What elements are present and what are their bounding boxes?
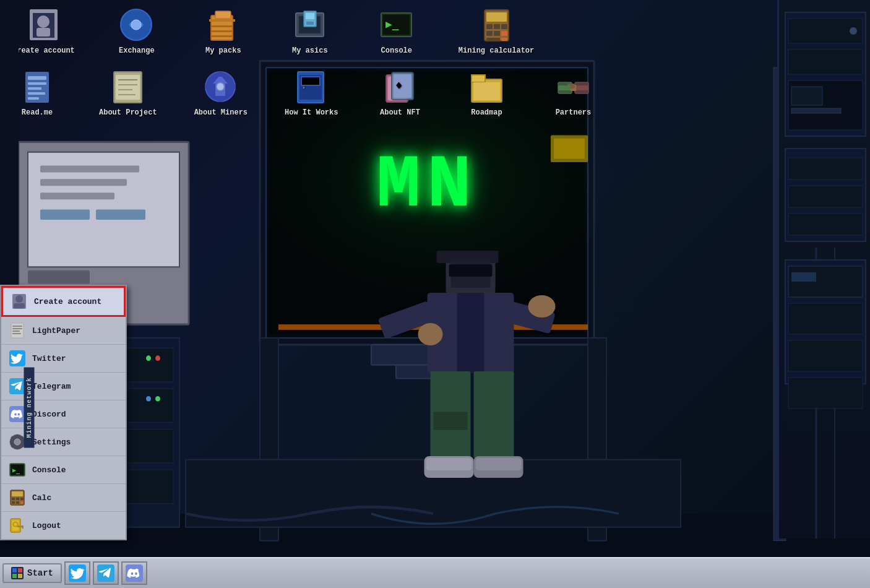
svg-rect-25 [40, 210, 90, 220]
svg-rect-127 [472, 75, 485, 82]
svg-rect-101 [28, 87, 41, 90]
character-figure [360, 238, 576, 538]
svg-rect-8 [788, 158, 863, 179]
svg-rect-63 [434, 412, 468, 430]
svg-rect-120 [302, 77, 319, 85]
svg-point-47 [155, 355, 160, 361]
svg-rect-54 [449, 264, 493, 277]
twitter-label: Twitter [32, 354, 66, 363]
start-icon [11, 567, 24, 579]
svg-rect-160 [12, 491, 23, 496]
menu-create-account[interactable]: Create account [1, 286, 126, 317]
create-account-icon [25, 6, 62, 43]
telegram-label: Telegram [32, 382, 71, 391]
menu-twitter[interactable]: Twitter [1, 345, 126, 373]
readme-label: Read.me [22, 108, 53, 117]
nav-my-asics[interactable]: My asics [285, 6, 335, 55]
taskbar-discord[interactable] [121, 561, 147, 585]
how-it-works-label: How It Works [285, 108, 338, 117]
top-bar: Create account Exchange [0, 0, 870, 61]
nav-create-account[interactable]: Create account [12, 6, 75, 55]
svg-point-70 [37, 15, 50, 28]
svg-rect-165 [16, 501, 19, 504]
svg-rect-115 [231, 85, 236, 89]
discord-label: Discord [32, 410, 66, 419]
svg-rect-112 [218, 72, 222, 77]
svg-rect-92 [501, 24, 507, 29]
svg-rect-90 [486, 24, 493, 29]
svg-rect-75 [215, 11, 231, 19]
svg-text:▶_: ▶_ [12, 467, 20, 474]
svg-rect-94 [494, 31, 500, 36]
svg-rect-140 [12, 328, 22, 329]
menu-console[interactable]: ▶_ Console [1, 456, 126, 484]
start-button[interactable]: Start [2, 563, 62, 583]
svg-rect-103 [28, 97, 39, 100]
exchange-label: Exchange [119, 46, 155, 55]
svg-rect-18 [788, 378, 863, 409]
taskbar-discord-icon [126, 564, 143, 582]
svg-point-49 [155, 396, 160, 402]
svg-rect-66 [426, 458, 472, 470]
taskbar-telegram[interactable] [93, 561, 119, 585]
create-account-menu-icon [11, 293, 28, 310]
svg-point-73 [131, 20, 141, 30]
about-miners-label: About Miners [194, 108, 248, 117]
nav-my-packs[interactable]: My packs [199, 6, 248, 55]
svg-rect-102 [28, 92, 45, 95]
svg-rect-175 [18, 568, 22, 573]
lightpaper-icon [9, 322, 26, 339]
svg-point-136 [15, 295, 23, 303]
taskbar-twitter-icon [69, 564, 86, 582]
menu-settings[interactable]: Settings [1, 428, 126, 456]
nav-about-miners[interactable]: About Miners [194, 68, 248, 117]
about-nft-label: About NFT [380, 108, 420, 117]
svg-text:♦: ♦ [395, 79, 402, 92]
nav-readme[interactable]: Read.me [12, 68, 62, 117]
taskbar-twitter[interactable] [64, 561, 90, 585]
svg-rect-91 [494, 24, 500, 29]
console-label: Console [381, 46, 412, 55]
nav-exchange[interactable]: Exchange [112, 6, 162, 55]
menu-lightpaper[interactable]: LightPaper [1, 317, 126, 345]
twitter-icon [9, 350, 26, 367]
svg-rect-105 [116, 75, 140, 100]
logout-icon [9, 517, 26, 534]
nav-about-project[interactable]: About Project [99, 68, 157, 117]
svg-rect-67 [476, 458, 522, 470]
svg-rect-17 [788, 340, 863, 371]
nav-roadmap[interactable]: Roadmap [462, 68, 511, 117]
menu-telegram[interactable]: Telegram [1, 373, 126, 400]
mn-logo: MN [376, 144, 478, 228]
how-it-works-icon: ? [293, 68, 330, 105]
menu-logout[interactable]: Logout [1, 512, 126, 539]
svg-rect-166 [20, 501, 24, 504]
svg-rect-79 [211, 35, 233, 37]
roadmap-icon [468, 68, 505, 105]
packs-icon [205, 6, 242, 43]
mining-network-label: Mining network [24, 368, 35, 448]
nav-partners[interactable]: Partners [548, 68, 598, 117]
console-menu-label: Console [32, 465, 66, 475]
nav-mining-calculator[interactable]: Mining calculator [459, 6, 534, 55]
calc-label: Calc [32, 493, 51, 503]
svg-rect-128 [473, 82, 500, 100]
menu-discord[interactable]: Discord [1, 400, 126, 428]
nav-about-nft[interactable]: ♦ About NFT [375, 68, 424, 117]
about-nft-icon: ♦ [381, 68, 418, 105]
svg-point-147 [14, 439, 20, 445]
svg-rect-162 [16, 498, 19, 500]
svg-rect-23 [40, 179, 127, 186]
sidebar-menu: Create account LightPaper [0, 285, 127, 540]
menu-calc[interactable]: Calc [1, 484, 126, 512]
nav-console[interactable]: ▶_ Console [372, 6, 421, 55]
about-miners-icon [202, 68, 239, 105]
svg-rect-24 [40, 192, 114, 199]
svg-rect-134 [576, 85, 588, 90]
svg-rect-133 [558, 85, 571, 90]
svg-rect-149 [16, 446, 19, 449]
taskbar-telegram-icon [97, 564, 114, 582]
svg-rect-56 [457, 293, 485, 373]
svg-rect-164 [12, 501, 15, 504]
nav-how-it-works[interactable]: ? How It Works [285, 68, 338, 117]
